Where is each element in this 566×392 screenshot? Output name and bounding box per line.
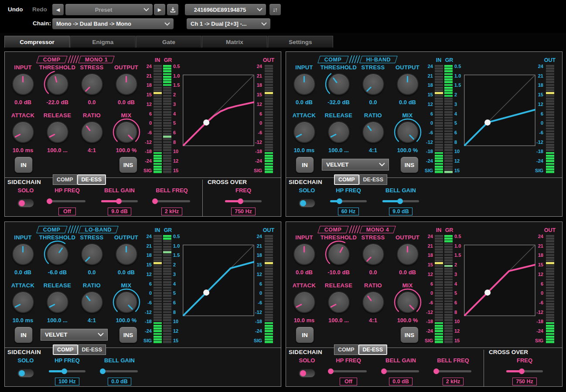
- slider-control[interactable]: [49, 198, 85, 204]
- sidechain-tab-de-ess[interactable]: DE-ESS: [78, 344, 106, 355]
- transfer-curve-graph[interactable]: [464, 245, 535, 318]
- slider-thumb[interactable]: [152, 198, 158, 204]
- in-button[interactable]: IN: [296, 157, 314, 173]
- ratio-knob[interactable]: [80, 290, 104, 314]
- tab-enigma[interactable]: Enigma: [70, 36, 136, 48]
- release-knob[interactable]: [327, 290, 351, 314]
- stress-knob[interactable]: [361, 72, 385, 96]
- attack-knob[interactable]: [292, 290, 317, 314]
- slider-thumb[interactable]: [100, 368, 106, 374]
- threshold-knob[interactable]: [327, 242, 351, 266]
- sidechain-tab-comp[interactable]: COMP: [53, 344, 78, 355]
- ratio-knob[interactable]: [361, 290, 385, 314]
- input-knob[interactable]: [292, 72, 317, 96]
- solo-toggle[interactable]: [299, 369, 315, 378]
- release-knob[interactable]: [45, 290, 70, 314]
- attack-knob[interactable]: [11, 120, 35, 144]
- sidechain-tab-de-ess[interactable]: DE-ESS: [358, 344, 388, 355]
- threshold-knob[interactable]: [327, 72, 351, 96]
- slider-thumb[interactable]: [381, 368, 387, 374]
- input-knob[interactable]: [11, 242, 35, 266]
- mix-knob[interactable]: [396, 120, 420, 144]
- slider-thumb[interactable]: [47, 198, 52, 204]
- preset-prev-button[interactable]: ◀: [52, 4, 64, 15]
- slider-control[interactable]: [382, 198, 419, 204]
- slider-value[interactable]: 60 Hz: [338, 208, 359, 215]
- velvet-dropdown[interactable]: VELVET: [41, 329, 108, 341]
- slider-control[interactable]: [101, 198, 138, 204]
- undo-button[interactable]: Undo: [8, 6, 23, 13]
- output-knob[interactable]: [114, 72, 139, 96]
- slider-track[interactable]: [382, 370, 419, 372]
- slider-control[interactable]: [330, 368, 367, 374]
- transfer-curve-graph[interactable]: [183, 245, 254, 318]
- tab-compressor[interactable]: Compressor: [4, 36, 70, 48]
- output-knob[interactable]: [396, 242, 420, 266]
- slider-track[interactable]: [330, 370, 367, 372]
- ins-button[interactable]: INS: [119, 327, 137, 343]
- ab-compare-button[interactable]: ↓↑: [269, 4, 281, 15]
- threshold-point-handle[interactable]: [484, 290, 491, 296]
- threshold-point-handle[interactable]: [484, 119, 491, 126]
- solo-toggle[interactable]: [299, 199, 315, 208]
- slider-thumb[interactable]: [238, 198, 243, 204]
- slider-control[interactable]: [435, 368, 471, 374]
- tab-settings[interactable]: Settings: [268, 36, 333, 48]
- sidechain-tab-comp[interactable]: COMP: [334, 174, 359, 185]
- slider-value[interactable]: Off: [340, 378, 357, 385]
- slider-value[interactable]: 0.0 dB: [108, 378, 131, 385]
- slider-value[interactable]: 2 kHz: [443, 378, 464, 385]
- crossover-freq-value[interactable]: 750 Hz: [231, 208, 256, 215]
- stress-knob[interactable]: [361, 242, 385, 266]
- slider-track[interactable]: [49, 200, 85, 202]
- threshold-knob[interactable]: [45, 242, 70, 266]
- slider-value[interactable]: 9.0 dB: [108, 208, 131, 215]
- chain-dropdown[interactable]: Mono -> Dual Band -> Mono: [52, 18, 174, 29]
- threshold-point-handle[interactable]: [203, 290, 209, 296]
- attack-knob[interactable]: [11, 290, 35, 314]
- slider-value[interactable]: 0.0 dB: [389, 378, 413, 385]
- slider-value[interactable]: 100 Hz: [55, 378, 79, 385]
- ins-button[interactable]: INS: [400, 157, 419, 173]
- transfer-curve-graph[interactable]: [183, 75, 254, 148]
- slider-control[interactable]: [101, 368, 138, 374]
- redo-button[interactable]: Redo: [32, 6, 47, 13]
- crossover-freq-value[interactable]: 750 Hz: [512, 378, 537, 385]
- threshold-point-handle[interactable]: [203, 119, 209, 126]
- slider-control[interactable]: [506, 368, 543, 374]
- slider-track[interactable]: [101, 370, 138, 372]
- input-knob[interactable]: [11, 72, 35, 96]
- input-knob[interactable]: [292, 242, 317, 266]
- slider-track[interactable]: [153, 200, 190, 202]
- slider-control[interactable]: [49, 368, 85, 374]
- output-knob[interactable]: [114, 242, 139, 266]
- slider-value[interactable]: 2 kHz: [161, 208, 183, 215]
- transfer-curve-graph[interactable]: [464, 75, 535, 148]
- slider-thumb[interactable]: [433, 368, 439, 374]
- mix-knob[interactable]: [114, 290, 139, 314]
- slider-thumb[interactable]: [337, 198, 342, 204]
- tab-matrix[interactable]: Matrix: [202, 36, 267, 48]
- threshold-knob[interactable]: [45, 72, 70, 96]
- in-button[interactable]: IN: [14, 327, 33, 343]
- mix-knob[interactable]: [114, 120, 139, 144]
- solo-toggle[interactable]: [17, 199, 34, 208]
- slider-thumb[interactable]: [61, 368, 67, 374]
- slider-thumb[interactable]: [519, 368, 525, 374]
- stress-knob[interactable]: [80, 242, 104, 266]
- sidechain-tab-comp[interactable]: COMP: [53, 174, 77, 185]
- slider-value[interactable]: Off: [58, 208, 76, 215]
- sidechain-tab-de-ess[interactable]: DE-ESS: [359, 174, 388, 185]
- release-knob[interactable]: [327, 120, 351, 144]
- velvet-dropdown[interactable]: VELVET: [322, 159, 389, 170]
- ins-button[interactable]: INS: [119, 157, 137, 173]
- slider-control[interactable]: [225, 198, 262, 204]
- sidechain-tab-de-ess[interactable]: DE-ESS: [77, 174, 106, 185]
- preset-next-button[interactable]: ▶: [154, 4, 165, 15]
- mix-knob[interactable]: [396, 290, 420, 314]
- preset-id-dropdown[interactable]: 241696DE89194875: [185, 4, 266, 15]
- ratio-knob[interactable]: [80, 120, 104, 144]
- release-knob[interactable]: [45, 120, 70, 144]
- attack-knob[interactable]: [292, 120, 317, 144]
- slider-value[interactable]: 9.0 dB: [389, 208, 413, 215]
